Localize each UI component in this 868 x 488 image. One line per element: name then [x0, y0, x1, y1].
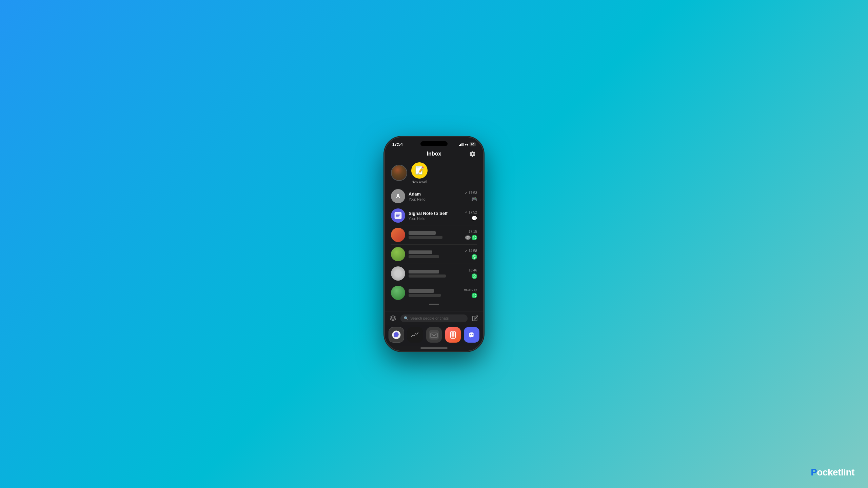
chat-list: A Adam You: Hello ✓ 17:53 🎮 — [385, 187, 483, 311]
battery-level: 66 — [470, 142, 476, 146]
home-pill — [420, 347, 448, 349]
svg-point-11 — [452, 337, 453, 338]
inbox-app-icon — [429, 330, 439, 340]
chat-avatar-signal-note — [391, 208, 405, 223]
note-icon: 📝 — [411, 162, 428, 179]
signal-bar-3 — [461, 143, 462, 146]
chat-avatar-adam: A — [391, 189, 405, 203]
wifi-icon: ▾▾ — [465, 143, 468, 146]
signal-bar-4 — [462, 143, 463, 146]
layers-button[interactable] — [388, 313, 398, 323]
chat-item-blurred-4[interactable]: esterday — [385, 283, 483, 302]
svg-rect-10 — [451, 332, 454, 337]
chat-avatar-blurred-1 — [391, 228, 405, 242]
compose-button[interactable] — [470, 313, 480, 323]
chat-time-blurred-4: esterday — [464, 288, 477, 291]
app-dock — [385, 325, 483, 346]
chat-preview-blurred-3 — [409, 274, 446, 278]
chat-meta-blurred-3: 13:46 — [469, 268, 477, 279]
profile-avatar-image — [392, 165, 407, 180]
chat-meta-signal-note: ✓ 17:52 💬 — [465, 210, 477, 221]
bottom-search-bar: 🔍 Search people or chats — [385, 311, 483, 325]
screen: 17:54 ▾▾ 66 Inbox — [385, 137, 483, 351]
dynamic-island — [420, 141, 448, 146]
chat-meta-blurred-2: ✓ 14:58 — [465, 249, 477, 260]
status-time: 17:54 — [392, 142, 403, 147]
search-row: 🔍 Search people or chats — [388, 313, 480, 323]
signal-note-icon — [394, 211, 402, 220]
bezel-app-icon — [448, 330, 458, 340]
layers-icon — [390, 315, 396, 321]
search-icon: 🔍 — [404, 316, 409, 321]
signal-bars-icon — [459, 143, 463, 146]
chat-body-blurred-1 — [409, 231, 462, 239]
dock-app-bezel[interactable] — [445, 327, 461, 343]
home-indicator — [385, 346, 483, 351]
chat-name-adam: Adam — [409, 191, 461, 197]
scroll-indicator — [385, 302, 483, 306]
chat-time-signal-note: ✓ 17:52 — [465, 210, 477, 214]
note-to-self-label: Note to self — [412, 180, 427, 183]
bubble-icon-signal-note: 💬 — [471, 216, 477, 221]
dock-app-stocks[interactable] — [407, 327, 423, 343]
whatsapp-badge-4 — [472, 293, 477, 298]
signal-bar-1 — [459, 145, 460, 146]
note-to-self-button[interactable]: 📝 Note to self — [411, 162, 428, 183]
pocketlint-watermark: Pocketlint — [811, 467, 854, 478]
search-input[interactable]: 🔍 Search people or chats — [400, 314, 468, 322]
chat-name-blurred-4 — [409, 289, 434, 293]
chat-badges-blurred-1: 7 — [465, 235, 477, 240]
chat-preview-blurred-4 — [409, 294, 441, 297]
signal-bar-2 — [460, 144, 461, 146]
chat-item-signal-note[interactable]: Signal Note to Self You: Hello ✓ 17:52 💬 — [385, 206, 483, 225]
chat-preview-blurred-2 — [409, 255, 439, 258]
chat-avatar-blurred-3 — [391, 266, 405, 281]
chat-time-adam: ✓ 17:53 — [465, 191, 477, 195]
whatsapp-badge-3 — [472, 273, 477, 279]
pocketlint-p: P — [811, 467, 817, 477]
chat-body-blurred-2 — [409, 250, 461, 258]
whatsapp-badge-2 — [472, 254, 477, 260]
settings-button[interactable] — [468, 149, 477, 158]
chat-meta-adam: ✓ 17:53 🎮 — [465, 191, 477, 202]
chat-name-blurred-2 — [409, 250, 432, 254]
inbox-header: Inbox — [385, 148, 483, 161]
discord-app-icon — [467, 330, 476, 340]
chat-time-blurred-1: 17:15 — [469, 230, 477, 233]
stories-row: 📝 Note to self — [385, 161, 483, 187]
badge-count-blurred-1: 7 — [465, 236, 471, 240]
dock-app-inbox[interactable] — [426, 327, 442, 343]
phone-frame: 17:54 ▾▾ 66 Inbox — [385, 137, 483, 351]
svg-rect-1 — [396, 214, 400, 215]
profile-avatar[interactable] — [391, 165, 407, 181]
status-icons: ▾▾ 66 — [459, 142, 476, 146]
chat-icon-adam: 🎮 — [471, 196, 477, 202]
chat-item-adam[interactable]: A Adam You: Hello ✓ 17:53 🎮 — [385, 187, 483, 206]
svg-rect-2 — [396, 215, 400, 216]
chat-preview-signal-note: You: Hello — [409, 217, 461, 221]
chat-meta-blurred-4: esterday — [464, 288, 477, 298]
svg-rect-3 — [396, 217, 399, 217]
compose-icon — [472, 315, 478, 321]
chat-meta-blurred-1: 17:15 7 — [465, 230, 477, 240]
stocks-app-icon — [410, 330, 420, 340]
chat-item-blurred-3[interactable]: 13:46 — [385, 264, 483, 283]
chat-avatar-blurred-4 — [391, 286, 405, 300]
inbox-title: Inbox — [400, 151, 468, 157]
gear-icon — [470, 151, 476, 157]
chat-body-adam: Adam You: Hello — [409, 191, 461, 201]
dock-app-signal[interactable] — [389, 327, 404, 343]
chat-name-blurred-3 — [409, 270, 439, 273]
chat-item-blurred-2[interactable]: ✓ 14:58 — [385, 245, 483, 264]
search-placeholder-text: Search people or chats — [410, 316, 449, 320]
chat-preview-blurred-1 — [409, 236, 442, 239]
chat-body-blurred-4 — [409, 289, 461, 297]
chat-name-signal-note: Signal Note to Self — [409, 211, 461, 216]
chat-body-blurred-3 — [409, 270, 465, 278]
chat-avatar-blurred-2 — [391, 247, 405, 261]
chat-name-blurred-1 — [409, 231, 436, 235]
dock-app-discord[interactable] — [464, 327, 479, 343]
chat-time-blurred-3: 13:46 — [469, 268, 477, 272]
chat-item-blurred-1[interactable]: 17:15 7 — [385, 225, 483, 244]
whatsapp-badge-1 — [472, 235, 477, 240]
